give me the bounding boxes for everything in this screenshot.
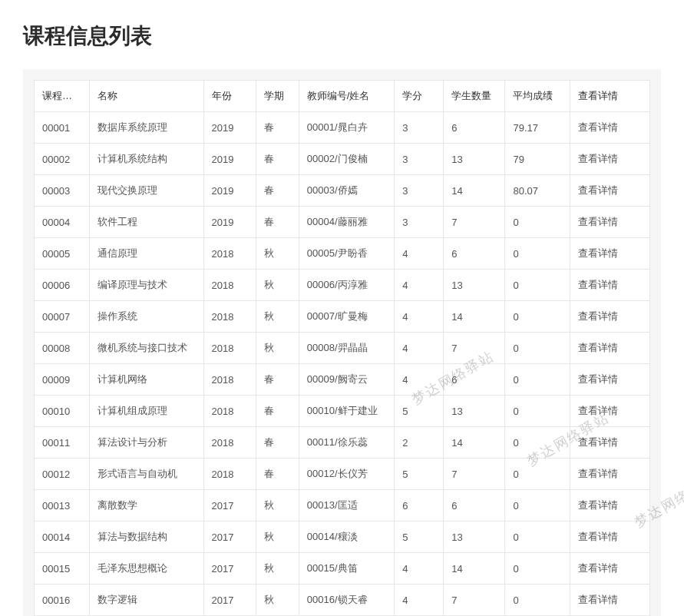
detail-link[interactable]: 查看详情 xyxy=(578,342,618,353)
table-row: 00016数字逻辑2017秋00016/锁天睿470查看详情 xyxy=(35,585,650,616)
detail-link[interactable]: 查看详情 xyxy=(578,468,618,479)
detail-link[interactable]: 查看详情 xyxy=(578,279,618,290)
cell-credit: 5 xyxy=(395,459,444,490)
detail-link[interactable]: 查看详情 xyxy=(578,405,618,416)
cell-teacher: 00015/典笛 xyxy=(299,553,394,585)
cell-teacher: 00011/徐乐蕊 xyxy=(299,427,394,459)
table-row: 00002计算机系统结构2019春00002/门俊楠31379查看详情 xyxy=(35,144,650,175)
cell-detail: 查看详情 xyxy=(570,364,649,396)
cell-teacher: 00014/穰淡 xyxy=(299,522,394,553)
table-row: 00015毛泽东思想概论2017秋00015/典笛4140查看详情 xyxy=(35,553,650,585)
cell-name: 计算机组成原理 xyxy=(90,396,203,427)
cell-avg-score: 0 xyxy=(505,333,570,364)
cell-year: 2018 xyxy=(203,364,256,396)
header-name: 名称 xyxy=(90,81,203,112)
cell-course-id: 00007 xyxy=(35,301,90,333)
cell-name: 微机系统与接口技术 xyxy=(90,333,203,364)
cell-teacher: 00002/门俊楠 xyxy=(299,144,394,175)
cell-semester: 春 xyxy=(256,459,299,490)
cell-teacher: 00016/锁天睿 xyxy=(299,585,394,616)
cell-avg-score: 79.17 xyxy=(505,112,570,144)
cell-avg-score: 0 xyxy=(505,490,570,522)
detail-link[interactable]: 查看详情 xyxy=(578,121,618,133)
cell-student-count: 13 xyxy=(444,396,505,427)
cell-credit: 4 xyxy=(395,301,444,333)
cell-course-id: 00015 xyxy=(35,553,90,585)
cell-course-id: 00004 xyxy=(35,207,90,238)
cell-detail: 查看详情 xyxy=(570,459,649,490)
cell-course-id: 00011 xyxy=(35,427,90,459)
header-year: 年份 xyxy=(203,81,256,112)
cell-credit: 5 xyxy=(395,396,444,427)
cell-course-id: 00005 xyxy=(35,238,90,270)
detail-link[interactable]: 查看详情 xyxy=(578,499,618,511)
detail-link[interactable]: 查看详情 xyxy=(578,531,618,542)
header-semester: 学期 xyxy=(256,81,299,112)
detail-link[interactable]: 查看详情 xyxy=(578,310,618,322)
cell-detail: 查看详情 xyxy=(570,175,649,207)
cell-detail: 查看详情 xyxy=(570,301,649,333)
cell-year: 2019 xyxy=(203,207,256,238)
cell-detail: 查看详情 xyxy=(570,585,649,616)
cell-semester: 春 xyxy=(256,207,299,238)
cell-student-count: 14 xyxy=(444,553,505,585)
cell-student-count: 6 xyxy=(444,238,505,270)
cell-teacher: 00003/侨嫣 xyxy=(299,175,394,207)
cell-course-id: 00003 xyxy=(35,175,90,207)
cell-student-count: 14 xyxy=(444,301,505,333)
cell-credit: 3 xyxy=(395,144,444,175)
detail-link[interactable]: 查看详情 xyxy=(578,562,618,574)
cell-year: 2018 xyxy=(203,459,256,490)
cell-avg-score: 0 xyxy=(505,238,570,270)
table-row: 00001数据库系统原理2019春00001/晁白卉3679.17查看详情 xyxy=(35,112,650,144)
cell-semester: 春 xyxy=(256,427,299,459)
detail-link[interactable]: 查看详情 xyxy=(578,153,618,164)
cell-name: 毛泽东思想概论 xyxy=(90,553,203,585)
table-container: 课程编号 名称 年份 学期 教师编号/姓名 学分 学生数量 平均成绩 查看详情 … xyxy=(23,69,661,616)
cell-avg-score: 0 xyxy=(505,301,570,333)
cell-semester: 秋 xyxy=(256,238,299,270)
cell-semester: 秋 xyxy=(256,522,299,553)
cell-course-id: 00013 xyxy=(35,490,90,522)
cell-name: 通信原理 xyxy=(90,238,203,270)
cell-course-id: 00010 xyxy=(35,396,90,427)
cell-student-count: 13 xyxy=(444,522,505,553)
detail-link[interactable]: 查看详情 xyxy=(578,594,618,605)
cell-student-count: 7 xyxy=(444,585,505,616)
detail-link[interactable]: 查看详情 xyxy=(578,247,618,259)
table-row: 00009计算机网络2018春00009/阙寄云460查看详情 xyxy=(35,364,650,396)
cell-name: 现代交换原理 xyxy=(90,175,203,207)
detail-link[interactable]: 查看详情 xyxy=(578,436,618,448)
cell-semester: 春 xyxy=(256,175,299,207)
cell-course-id: 00009 xyxy=(35,364,90,396)
table-row: 00013离散数学2017秋00013/匡适660查看详情 xyxy=(35,490,650,522)
cell-student-count: 14 xyxy=(444,427,505,459)
cell-name: 编译原理与技术 xyxy=(90,270,203,301)
detail-link[interactable]: 查看详情 xyxy=(578,184,618,196)
cell-student-count: 6 xyxy=(444,364,505,396)
cell-semester: 春 xyxy=(256,144,299,175)
cell-detail: 查看详情 xyxy=(570,396,649,427)
cell-semester: 春 xyxy=(256,364,299,396)
cell-course-id: 00016 xyxy=(35,585,90,616)
cell-avg-score: 80.07 xyxy=(505,175,570,207)
cell-credit: 4 xyxy=(395,553,444,585)
cell-student-count: 13 xyxy=(444,270,505,301)
cell-student-count: 7 xyxy=(444,207,505,238)
detail-link[interactable]: 查看详情 xyxy=(578,373,618,385)
cell-course-id: 00002 xyxy=(35,144,90,175)
course-table: 课程编号 名称 年份 学期 教师编号/姓名 学分 学生数量 平均成绩 查看详情 … xyxy=(34,80,650,616)
cell-semester: 春 xyxy=(256,396,299,427)
cell-teacher: 00010/鲜于建业 xyxy=(299,396,394,427)
cell-year: 2018 xyxy=(203,427,256,459)
cell-semester: 秋 xyxy=(256,270,299,301)
header-course-id: 课程编号 xyxy=(35,81,90,112)
cell-year: 2018 xyxy=(203,396,256,427)
cell-semester: 秋 xyxy=(256,333,299,364)
table-row: 00014算法与数据结构2017秋00014/穰淡5130查看详情 xyxy=(35,522,650,553)
cell-avg-score: 0 xyxy=(505,396,570,427)
cell-avg-score: 0 xyxy=(505,207,570,238)
detail-link[interactable]: 查看详情 xyxy=(578,216,618,227)
cell-year: 2017 xyxy=(203,585,256,616)
cell-semester: 秋 xyxy=(256,490,299,522)
